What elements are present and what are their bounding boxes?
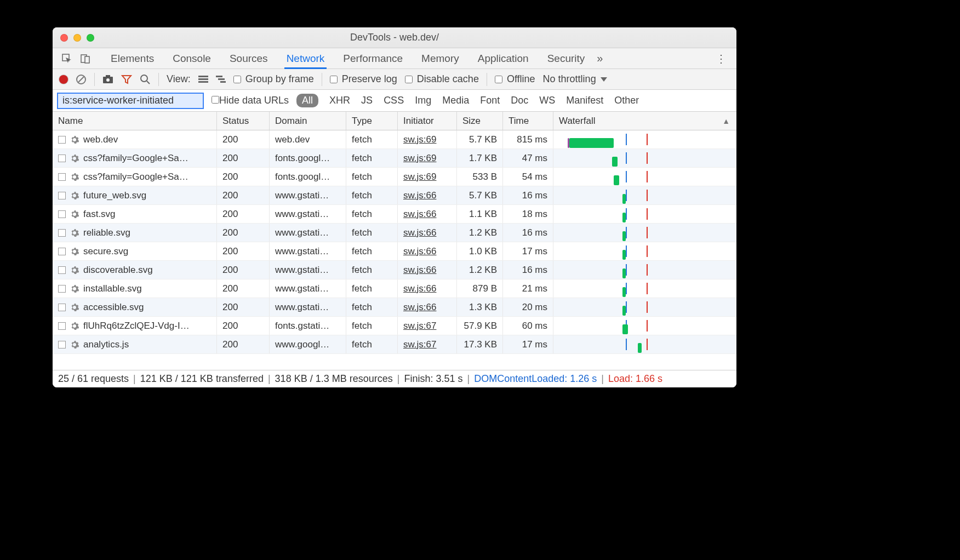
maximize-button[interactable]	[87, 34, 94, 42]
table-row[interactable]: future_web.svg200www.gstati…fetchsw.js:6…	[53, 186, 736, 205]
group-by-frame-checkbox[interactable]: Group by frame	[233, 73, 314, 85]
screenshot-icon[interactable]	[102, 75, 113, 84]
settings-menu-icon[interactable]: ⋮	[716, 52, 727, 65]
initiator-link[interactable]: sw.js:66	[403, 283, 436, 294]
column-header-status[interactable]: Status	[217, 112, 270, 130]
filter-chip-all[interactable]: All	[296, 94, 318, 107]
initiator-link[interactable]: sw.js:66	[403, 227, 436, 238]
row-checkbox[interactable]	[58, 304, 66, 311]
table-row[interactable]: web.dev200web.devfetchsw.js:695.7 KB815 …	[53, 130, 736, 149]
filter-chip-other[interactable]: Other	[614, 95, 639, 106]
caret-down-icon	[601, 77, 607, 82]
panel-tab-memory[interactable]: Memory	[421, 53, 459, 65]
initiator-link[interactable]: sw.js:66	[403, 209, 436, 220]
initiator-link[interactable]: sw.js:69	[403, 153, 436, 164]
column-header-domain[interactable]: Domain	[270, 112, 346, 130]
table-row[interactable]: discoverable.svg200www.gstati…fetchsw.js…	[53, 261, 736, 279]
table-row[interactable]: accessible.svg200www.gstati…fetchsw.js:6…	[53, 298, 736, 317]
column-header-size[interactable]: Size	[457, 112, 503, 130]
initiator-link[interactable]: sw.js:67	[403, 321, 436, 332]
initiator-link[interactable]: sw.js:67	[403, 339, 436, 350]
column-header-name[interactable]: Name	[53, 112, 217, 130]
disable-cache-checkbox[interactable]: Disable cache	[405, 73, 479, 85]
table-row[interactable]: fast.svg200www.gstati…fetchsw.js:661.1 K…	[53, 205, 736, 224]
cell-time: 20 ms	[503, 298, 553, 316]
row-checkbox[interactable]	[58, 210, 66, 218]
panel-tab-network[interactable]: Network	[287, 48, 325, 69]
table-row[interactable]: flUhRq6tzZclQEJ-Vdg-I…200fonts.gstati…fe…	[53, 317, 736, 335]
initiator-link[interactable]: sw.js:66	[403, 246, 436, 257]
cell-type: fetch	[346, 168, 398, 186]
row-checkbox[interactable]	[58, 229, 66, 237]
waterfall-bar	[638, 343, 641, 353]
cell-size: 1.2 KB	[457, 224, 503, 242]
filter-input[interactable]	[57, 93, 204, 109]
cell-status: 200	[217, 205, 270, 223]
table-row[interactable]: analytics.js200www.googl…fetchsw.js:6717…	[53, 335, 736, 354]
table-row[interactable]: css?family=Google+Sa…200fonts.googl…fetc…	[53, 168, 736, 186]
close-button[interactable]	[60, 34, 68, 42]
panel-tab-sources[interactable]: Sources	[230, 53, 268, 65]
filter-icon[interactable]	[121, 75, 132, 84]
panel-tab-elements[interactable]: Elements	[111, 53, 154, 65]
table-row[interactable]: reliable.svg200www.gstati…fetchsw.js:661…	[53, 224, 736, 242]
filter-chip-doc[interactable]: Doc	[511, 95, 528, 106]
column-header-initiator[interactable]: Initiator	[398, 112, 457, 130]
table-row[interactable]: installable.svg200www.gstati…fetchsw.js:…	[53, 279, 736, 298]
service-worker-gear-icon	[70, 228, 79, 237]
filter-chip-xhr[interactable]: XHR	[329, 95, 350, 106]
waterfall-bar	[614, 175, 619, 185]
initiator-link[interactable]: sw.js:66	[403, 302, 436, 313]
offline-checkbox[interactable]: Offline	[495, 73, 535, 85]
row-checkbox[interactable]	[58, 266, 66, 274]
search-icon[interactable]	[140, 74, 151, 85]
row-checkbox[interactable]	[58, 192, 66, 199]
record-button[interactable]	[59, 75, 68, 84]
filter-chip-js[interactable]: JS	[361, 95, 373, 106]
panel-tab-application[interactable]: Application	[478, 53, 529, 65]
row-name-text: analytics.js	[83, 339, 129, 350]
inspect-element-icon[interactable]	[61, 53, 72, 64]
panel-tab-security[interactable]: Security	[547, 53, 585, 65]
initiator-link[interactable]: sw.js:66	[403, 190, 436, 201]
waterfall-view-icon[interactable]	[216, 76, 226, 83]
row-checkbox[interactable]	[58, 322, 66, 330]
preserve-log-checkbox[interactable]: Preserve log	[330, 73, 397, 85]
status-requests: 25 / 61 requests	[58, 373, 129, 385]
panel-tab-console[interactable]: Console	[173, 53, 211, 65]
filter-chip-manifest[interactable]: Manifest	[566, 95, 603, 106]
row-checkbox[interactable]	[58, 285, 66, 293]
column-header-type[interactable]: Type	[346, 112, 398, 130]
table-row[interactable]: secure.svg200www.gstati…fetchsw.js:661.0…	[53, 242, 736, 261]
filter-chip-css[interactable]: CSS	[384, 95, 404, 106]
initiator-link[interactable]: sw.js:69	[403, 172, 436, 182]
filter-bar: Hide data URLs AllXHRJSCSSImgMediaFontDo…	[53, 90, 736, 112]
row-checkbox[interactable]	[58, 248, 66, 255]
load-line	[647, 208, 648, 220]
hide-data-urls-checkbox[interactable]: Hide data URLs	[212, 95, 289, 106]
filter-chip-font[interactable]: Font	[480, 95, 500, 106]
cell-size: 1.1 KB	[457, 205, 503, 223]
row-checkbox[interactable]	[58, 155, 66, 162]
large-rows-icon[interactable]	[198, 76, 208, 83]
throttling-select[interactable]: No throttling	[543, 73, 607, 85]
svg-rect-13	[216, 76, 222, 77]
column-header-waterfall[interactable]: Waterfall▲	[553, 112, 736, 130]
panel-tab-performance[interactable]: Performance	[343, 53, 403, 65]
filter-chip-ws[interactable]: WS	[539, 95, 555, 106]
filter-chip-img[interactable]: Img	[415, 95, 431, 106]
clear-icon[interactable]	[76, 74, 87, 85]
initiator-link[interactable]: sw.js:66	[403, 265, 436, 276]
table-row[interactable]: css?family=Google+Sa…200fonts.googl…fetc…	[53, 149, 736, 168]
device-toolbar-icon[interactable]	[80, 53, 91, 64]
row-checkbox[interactable]	[58, 341, 66, 348]
row-name-text: discoverable.svg	[83, 265, 153, 276]
row-checkbox[interactable]	[58, 136, 66, 144]
more-tabs-icon[interactable]: »	[597, 52, 603, 65]
svg-line-9	[147, 81, 150, 84]
column-header-time[interactable]: Time	[503, 112, 553, 130]
minimize-button[interactable]	[73, 34, 81, 42]
filter-chip-media[interactable]: Media	[442, 95, 469, 106]
initiator-link[interactable]: sw.js:69	[403, 134, 436, 145]
row-checkbox[interactable]	[58, 173, 66, 181]
